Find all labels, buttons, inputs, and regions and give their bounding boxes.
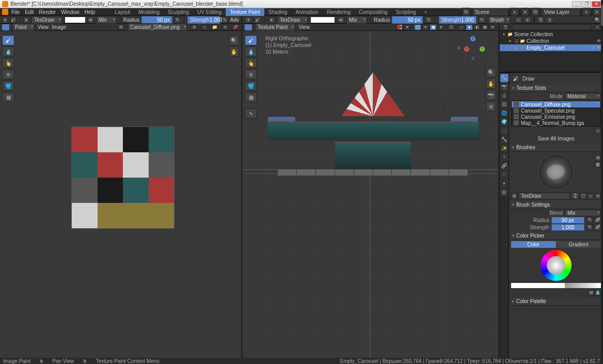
ptab-mesh[interactable]: ▽ [500,170,509,179]
xray-icon[interactable]: ⊡ [448,24,455,30]
brush-dropdown-r[interactable]: TexDraw [277,16,308,24]
mask-tool[interactable]: ▦ [2,92,14,102]
ptab-particles[interactable]: ✨ [500,144,509,152]
tab-uv-editing[interactable]: UV Editing [193,8,226,16]
strength-setting-value[interactable]: 1.000 [551,224,584,231]
checkbox-icon[interactable]: ☑ [513,39,519,43]
tab-scripting[interactable]: Scripting [392,8,420,16]
menu-edit[interactable]: Edit [25,9,34,15]
clone-tool[interactable]: ⊕ [2,69,14,80]
brush-new-icon[interactable]: + [588,193,594,199]
color-picker-header[interactable]: Color Picker [510,232,602,240]
expand-icon[interactable]: ▸ [513,45,519,50]
texture-slot-item-1[interactable]: Carousel_Specular.png [512,107,600,114]
draw-tool-3d[interactable]: 🖌 [245,35,257,45]
brush-menu-r[interactable]: Brush [488,16,511,24]
color-palette-header[interactable]: Color Palette [510,297,602,306]
texpaint-mode-dropdown[interactable]: Texture Paint [255,23,295,31]
zoom-icon[interactable]: 🔍 [229,35,239,45]
menu-file[interactable]: File [11,9,20,15]
viewlayer-browse-icon[interactable]: ⧉ [531,8,539,16]
radius-setting-value[interactable]: 50 px [551,217,584,224]
brush-preset-icon-r[interactable]: ● [268,17,275,23]
gizmo-x[interactable]: X [464,46,469,52]
ptab-world[interactable]: 🌍 [500,118,509,126]
texture-slot-item-2[interactable]: Carousel_Emissive.png [512,114,600,120]
editor-type-icon-r[interactable]: ▾ [245,17,252,23]
outliner-row-collection[interactable]: ▾ ☑ 📁 Collection 👁 [500,38,603,44]
brush-tool-icon[interactable]: 🖌 [10,17,17,23]
menu-render[interactable]: Render [39,9,56,15]
app-logo-icon[interactable] [2,9,8,15]
radius-pen-icon[interactable]: ✎ [586,217,593,223]
menu-help[interactable]: Help [85,9,96,15]
paint-mode-icon[interactable] [2,24,9,30]
strength-pressure-icon-r[interactable]: ✎ [479,17,486,23]
image-editor[interactable]: 🖌 💧 👆 ⊕ 🪣 ▦ 🔍 ✋ [0,31,243,358]
image-pin-icon[interactable]: 📌 [232,24,239,30]
brush-name-field[interactable]: TexDraw [518,193,570,199]
brush-browse-icon[interactable]: ⊞ [511,193,517,199]
editor-type-icon[interactable]: ▾ [2,17,8,23]
color-swatch-primary-r[interactable] [310,17,335,23]
options-icon[interactable]: ▾ [524,17,531,23]
ptab-active-tool[interactable]: 🔧 [500,74,509,82]
clone-tool-3d[interactable]: ⊕ [245,69,257,80]
draw-tool[interactable]: 🖌 [2,35,14,45]
3d-viewport[interactable]: 🖌 💧 👆 ⊕ 🪣 ▦ ✎ Right Orthographic (1) Emp… [243,31,500,358]
ptab-constraints[interactable]: 🔗 [500,162,509,170]
image-name-field[interactable]: Carousel_Diffuse.png [128,23,187,31]
ptab-material[interactable]: ● [500,179,509,187]
paint-mode-dropdown[interactable]: Paint [12,23,35,31]
scene-name-field[interactable]: Scene [472,8,509,16]
radius-pressure-icon[interactable]: ✎ [174,17,181,23]
shading-matpreview-icon[interactable]: ◐ [473,24,481,30]
image-new-icon[interactable]: + [201,24,208,30]
gizmo-z[interactable]: Z [470,36,475,41]
image-browse-icon[interactable]: ⊞ [117,24,124,30]
mask-tool-3d[interactable]: ▦ [245,92,257,102]
image-unlink-icon[interactable]: ✕ [221,24,229,30]
strength-field[interactable]: Strength1.000 [187,16,220,24]
texture-slot-item-0[interactable]: Carousel_Diffuse.png [512,101,600,107]
radius-pressure-icon-r[interactable]: ✎ [425,17,432,23]
smear-tool-3d[interactable]: 👆 [245,58,257,68]
brush-texture-icon[interactable]: ▦ [595,162,601,168]
add-texture-slot-icon[interactable]: + [595,128,601,134]
brushes-header[interactable]: Brushes [510,144,602,152]
blend-settings-dropdown[interactable]: Mix [565,210,601,216]
strength-pen-icon[interactable]: ✎ [586,224,593,230]
brush-preview[interactable] [538,154,574,190]
tab-sculpting[interactable]: Sculpting [164,8,193,16]
blend-dropdown-r[interactable]: Mix [346,16,367,24]
overlays-drop-icon[interactable]: ▾ [437,24,445,30]
snap-icon[interactable]: 🧲 [396,24,403,30]
brush-preset-icon[interactable]: ● [23,17,29,23]
perspective-icon[interactable]: ⊞ [486,101,496,112]
brush-dropdown[interactable]: TexDraw [31,16,62,24]
mesh-data-icon[interactable]: ▽ [590,45,596,50]
camera-icon[interactable]: 📷 [486,90,496,100]
tab-shading[interactable]: Shading [264,8,292,16]
viewport-view-menu[interactable]: View [298,24,310,30]
texture-slots-header[interactable]: Texture Slots [510,84,602,92]
gizmos-drop-icon[interactable]: ▾ [422,24,429,30]
outliner-row-scene-collection[interactable]: ▾ 📁 Scene Collection [500,31,603,38]
tab-layout[interactable]: Layout [110,8,134,16]
brush-tool-icon-r[interactable]: 🖌 [254,17,261,23]
properties-scrollbar[interactable] [601,73,603,358]
minimize-button[interactable]: _ [572,1,581,7]
swap-colors-icon-r[interactable]: ⇄ [337,17,344,23]
ptab-physics[interactable]: ⚛ [500,153,509,161]
shading-solid-icon[interactable]: ● [466,24,473,30]
close-button[interactable]: ✕ [592,1,601,7]
image-open-icon[interactable]: 📁 [211,24,218,30]
snap-mode-icon[interactable]: ▾ [404,24,411,30]
texture-mode-dropdown[interactable]: Material [565,93,601,100]
image-editor-view-menu[interactable]: View [38,24,49,30]
image-linked-icon[interactable]: ⊕ [191,24,198,30]
radius-field[interactable]: 50 px [141,16,172,24]
search-icon[interactable]: 🔍 [594,17,601,23]
soften-tool-3d[interactable]: 💧 [245,46,257,57]
pan-3d-icon[interactable]: ✋ [486,78,496,89]
